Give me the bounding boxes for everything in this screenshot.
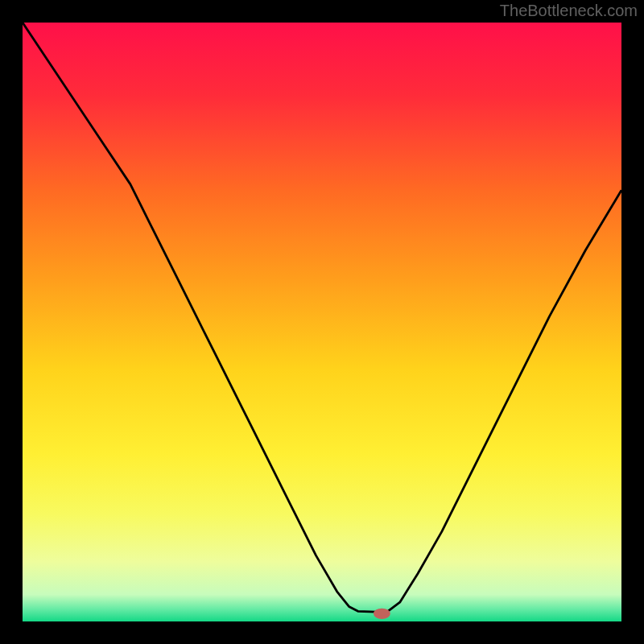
attribution-label: TheBottleneck.com <box>500 2 638 20</box>
chart-container: TheBottleneck.com <box>0 0 644 644</box>
chart-background <box>23 23 621 621</box>
bottleneck-chart <box>23 23 621 621</box>
optimal-marker <box>374 609 390 619</box>
